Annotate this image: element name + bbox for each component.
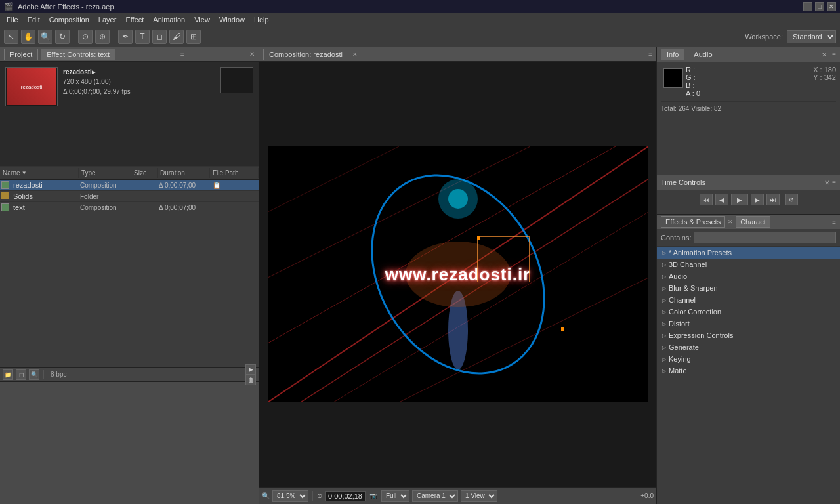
timecode-display[interactable]: 0;00;02;18 [325, 491, 366, 501]
titlebar: 🎬 Adobe After Effects - reza.aep — □ ✕ [0, 0, 840, 13]
close-button[interactable]: ✕ [827, 2, 836, 11]
new-folder-button[interactable]: 📁 [3, 369, 13, 380]
menu-animation[interactable]: Animation [149, 15, 189, 24]
folder-icon [1, 192, 12, 200]
eff-item[interactable]: ▷ Generate [657, 341, 840, 353]
eff-item[interactable]: ▷ Keying [657, 353, 840, 365]
play-button[interactable]: ▶ [245, 364, 256, 375]
tc-close[interactable]: ✕ [824, 179, 830, 186]
eff-item[interactable]: ▷ Color Correction [657, 306, 840, 318]
tc-first-frame[interactable]: ⏮ [700, 194, 713, 205]
effects-menu[interactable]: ≡ [832, 219, 836, 226]
list-item[interactable]: rezadosti Composition Δ 0;00;07;00 📋 [0, 180, 259, 191]
comp-tab[interactable]: Composition: rezadosti [263, 49, 348, 60]
tool-rotate[interactable]: ↻ [55, 30, 70, 44]
tab-effect-controls[interactable]: Effect Controls: text [41, 49, 116, 60]
eff-item[interactable]: ▷ Blur & Sharpen [657, 282, 840, 294]
col-duration[interactable]: Duration [158, 168, 210, 178]
info-b: B : [686, 81, 836, 89]
tool-text[interactable]: T [135, 30, 150, 44]
info-g: G : Y : 342 [686, 74, 836, 81]
preview-thumbnail: rezadosti [5, 67, 58, 106]
quality-selector[interactable]: Full [381, 490, 410, 502]
eff-item[interactable]: ▷ Audio [657, 270, 840, 282]
info-tab[interactable]: Info [661, 49, 684, 60]
search-button[interactable]: 🔍 [29, 369, 39, 380]
panel-menu-icon[interactable]: ≡ [180, 51, 184, 58]
eff-item[interactable]: ▷ Matte [657, 365, 840, 377]
col-filepath[interactable]: File Path [210, 168, 259, 178]
info-r: R : X : 180 [686, 66, 836, 74]
plus-value: +0.0 [640, 492, 654, 499]
new-comp-button[interactable]: ◻ [16, 369, 26, 380]
menu-composition[interactable]: Composition [45, 15, 93, 24]
eff-item[interactable]: ▷ * Animation Presets [657, 247, 840, 259]
project-panel-header: Project Effect Controls: text ≡ ✕ [0, 47, 259, 62]
tc-menu[interactable]: ≡ [832, 179, 836, 186]
tool-select[interactable]: ↖ [4, 30, 18, 44]
tc-last-frame[interactable]: ⏭ [766, 194, 780, 205]
eff-arrow: ▷ [662, 356, 666, 362]
eff-item[interactable]: ▷ Distort [657, 318, 840, 329]
camera-selector[interactable]: Camera 1 [412, 490, 458, 502]
eff-item[interactable]: ▷ 3D Channel [657, 259, 840, 270]
preview-dimensions: 720 x 480 (1.00) [63, 77, 131, 87]
menu-window[interactable]: Window [215, 15, 249, 24]
workspace-selector[interactable]: Standard [787, 30, 836, 43]
eff-item[interactable]: ▷ Expression Controls [657, 329, 840, 341]
eff-item[interactable]: ▷ Channel [657, 294, 840, 306]
minimize-button[interactable]: — [803, 2, 812, 11]
tc-play[interactable]: ▶ [731, 194, 748, 205]
col-type[interactable]: Type [79, 168, 131, 178]
list-item[interactable]: text Composition Δ 0;00;07;00 [0, 202, 259, 213]
character-tab[interactable]: Charact [736, 216, 770, 228]
tool-pen[interactable]: ✒ [118, 30, 133, 44]
col-size[interactable]: Size [131, 168, 158, 178]
delete-button[interactable]: 🗑 [245, 375, 256, 385]
menu-file[interactable]: File [3, 15, 22, 24]
info-menu[interactable]: ≡ [832, 51, 836, 58]
comp-tab-close[interactable]: ✕ [352, 51, 358, 58]
composition-view[interactable]: www.rezadosti.ir [259, 62, 656, 487]
menu-effect[interactable]: Effect [121, 15, 148, 24]
tc-next-frame[interactable]: ▶ [751, 194, 764, 205]
tc-header: Time Controls ✕ ≡ [657, 175, 840, 190]
col-name[interactable]: Name ▼ [0, 168, 79, 178]
list-item[interactable]: Solids Folder [0, 191, 259, 202]
menu-help[interactable]: Help [250, 15, 273, 24]
tc-tab[interactable]: Time Controls [661, 178, 705, 186]
effects-close[interactable]: ✕ [728, 219, 733, 225]
menu-view[interactable]: View [190, 15, 214, 24]
sep [43, 370, 44, 379]
project-items-list: rezadosti Composition Δ 0;00;07;00 📋 Sol… [0, 180, 259, 367]
comp-panel-menu[interactable]: ≡ [648, 51, 652, 58]
titlebar-controls: — □ ✕ [803, 2, 836, 11]
tab-project[interactable]: Project [4, 49, 38, 60]
effects-presets-panel: Effects & Presets ✕ Charact ≡ Contains: … [657, 215, 840, 504]
maximize-button[interactable]: □ [815, 2, 824, 11]
tc-loop[interactable]: ↺ [785, 194, 798, 205]
tool-camera-orbit[interactable]: ⊙ [78, 30, 93, 44]
info-a: A : 0 [686, 89, 836, 97]
info-panel-header: Info Audio ✕ ≡ [657, 47, 840, 62]
tool-camera-track[interactable]: ⊕ [95, 30, 110, 44]
menu-layer[interactable]: Layer [94, 15, 121, 24]
effects-search-input[interactable] [694, 232, 836, 243]
preview-small-thumb [220, 67, 253, 93]
view-selector[interactable]: 1 View [461, 490, 497, 502]
preview-duration: Δ 0;00;07;00, 29.97 fps [63, 87, 131, 96]
tool-brush[interactable]: 🖌 [169, 30, 184, 44]
audio-tab[interactable]: Audio [688, 49, 717, 60]
zoom-selector[interactable]: 81.5% [272, 490, 308, 502]
tool-pan[interactable]: ✋ [21, 30, 35, 44]
panel-close-icon[interactable]: ✕ [249, 51, 255, 58]
tool-zoom[interactable]: 🔍 [38, 30, 52, 44]
tool-puppet[interactable]: ⊞ [186, 30, 201, 44]
info-close[interactable]: ✕ [822, 51, 827, 58]
eff-arrow: ▷ [662, 262, 666, 268]
tool-shape[interactable]: ◻ [152, 30, 167, 44]
effects-presets-tab[interactable]: Effects & Presets [661, 216, 725, 228]
menu-edit[interactable]: Edit [24, 15, 44, 24]
tc-prev-frame[interactable]: ◀ [715, 194, 728, 205]
project-list-header: Name ▼ Type Size Duration File Path [0, 167, 259, 180]
